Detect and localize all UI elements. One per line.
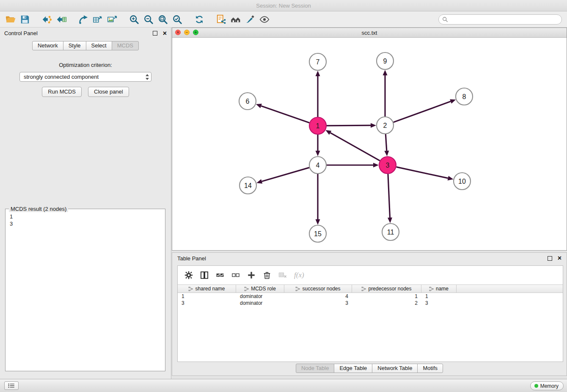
node-label: 14: [244, 182, 252, 189]
control-panel-title: Control Panel: [4, 30, 38, 36]
graph-node-2[interactable]: 2: [377, 117, 394, 134]
control-tab-style[interactable]: Style: [63, 41, 86, 50]
close-window-icon[interactable]: [175, 30, 181, 35]
control-tab-mcds[interactable]: MCDS: [112, 41, 139, 50]
arrowhead-icon: [373, 163, 379, 168]
column-header-shared-name[interactable]: shared name: [178, 285, 236, 293]
graph-node-7[interactable]: 7: [309, 53, 326, 70]
close-panel-button[interactable]: Close panel: [88, 87, 129, 97]
delete-table-button: [278, 271, 287, 279]
search-input[interactable]: [438, 14, 562, 25]
table-tab-edge-table[interactable]: Edge Table: [334, 364, 372, 373]
table-row[interactable]: 3dominator323: [178, 300, 563, 306]
table-cell: 1: [421, 293, 457, 300]
node-label: 15: [314, 230, 322, 237]
show-hide-graphics-button[interactable]: [257, 13, 272, 26]
table-tab-motifs[interactable]: Motifs: [417, 364, 443, 373]
float-panel-icon[interactable]: [153, 31, 157, 36]
edge-3-to-1[interactable]: [325, 130, 380, 160]
close-panel-icon[interactable]: [163, 30, 167, 37]
first-neighbors-button[interactable]: [228, 13, 243, 26]
panel-list-button[interactable]: [4, 381, 19, 390]
column-header-label: successor nodes: [302, 286, 340, 292]
edge-4-to-15[interactable]: [316, 174, 320, 225]
open-file-button[interactable]: [3, 13, 18, 26]
float-table-panel-icon[interactable]: [548, 256, 552, 261]
table-delete-icon: [278, 271, 287, 279]
control-tab-network[interactable]: Network: [32, 41, 63, 50]
maximize-window-icon[interactable]: [193, 30, 198, 35]
table-tab-network-table[interactable]: Network Table: [372, 364, 418, 373]
graph-node-1[interactable]: 1: [309, 117, 326, 134]
save-session-button[interactable]: [18, 13, 32, 26]
edge-3-to-11[interactable]: [388, 174, 392, 223]
column-type-icon: [361, 287, 366, 291]
edge-1-to-4[interactable]: [316, 135, 320, 156]
export-table-button[interactable]: [91, 13, 105, 26]
graph-node-8[interactable]: 8: [456, 88, 473, 105]
apply-style-button[interactable]: [243, 13, 257, 26]
mcds-result-node: 3: [10, 220, 161, 227]
edge-2-to-9[interactable]: [383, 70, 388, 116]
graph-node-9[interactable]: 9: [377, 52, 394, 69]
control-tab-select[interactable]: Select: [86, 41, 112, 50]
edge-1-to-6[interactable]: [256, 104, 309, 123]
graph-node-14[interactable]: 14: [239, 177, 256, 194]
graph-node-10[interactable]: 10: [454, 173, 471, 190]
table-row[interactable]: 1dominator411: [178, 293, 563, 300]
edge-1-to-2[interactable]: [327, 123, 376, 128]
column-header-name[interactable]: name: [421, 285, 457, 293]
graph-node-3[interactable]: 3: [379, 157, 396, 174]
deselect-all-rows-button[interactable]: [231, 271, 240, 279]
zoom-fit-button[interactable]: [156, 13, 170, 26]
graph-node-6[interactable]: 6: [239, 93, 256, 110]
table-cell: dominator: [236, 300, 284, 306]
arrowhead-icon: [316, 151, 320, 156]
edge-3-to-10[interactable]: [396, 167, 454, 180]
memory-button[interactable]: Memory: [530, 381, 564, 390]
edge-1-to-7[interactable]: [316, 71, 320, 117]
graph-node-11[interactable]: 11: [382, 224, 399, 240]
function-builder-button: f(x): [294, 271, 304, 279]
control-panel-buttons: Run MCDS Close panel: [0, 87, 171, 97]
import-table-from-file-button[interactable]: [54, 13, 69, 26]
minimize-window-icon[interactable]: [184, 30, 190, 35]
column-header-mcds-role[interactable]: MCDS role: [236, 285, 284, 293]
zoom-out-button[interactable]: [141, 13, 156, 26]
node-label: 11: [387, 229, 394, 236]
select-all-rows-button[interactable]: [216, 271, 224, 279]
zoom-selected-button[interactable]: [170, 13, 184, 26]
edge-2-to-3[interactable]: [384, 134, 389, 156]
table-tab-node-table[interactable]: Node Table: [296, 364, 335, 373]
clipboard-share-icon: [216, 14, 226, 25]
edge-4-to-14[interactable]: [256, 168, 309, 184]
export-image-button[interactable]: [105, 13, 119, 26]
import-network-from-file-button[interactable]: [40, 13, 54, 26]
table-panel-title: Table Panel: [177, 255, 206, 262]
column-header-successor-nodes[interactable]: successor nodes: [284, 285, 352, 293]
status-bar: Memory: [0, 379, 567, 392]
application-window: Session: New Session Control Panel Netwo…: [0, 0, 567, 392]
run-mcds-button[interactable]: Run MCDS: [42, 87, 82, 97]
trash-icon: [263, 271, 271, 279]
delete-column-button[interactable]: [263, 271, 271, 279]
graph-node-15[interactable]: 15: [309, 225, 326, 242]
column-settings-button[interactable]: [184, 271, 193, 279]
criterion-dropdown[interactable]: strongly connected component: [19, 72, 151, 82]
edge-2-to-8[interactable]: [394, 99, 456, 122]
toolbar-group-separator: [206, 19, 214, 19]
toolbar-group-separator: [32, 19, 40, 19]
control-panel-tabs: NetworkStyleSelectMCDS: [0, 41, 171, 50]
toggle-columns-button[interactable]: [200, 271, 209, 279]
zoom-in-button[interactable]: [127, 13, 141, 26]
column-header-predecessor-nodes[interactable]: predecessor nodes: [352, 285, 421, 293]
network-canvas[interactable]: 7968124314101511: [172, 38, 567, 250]
close-table-panel-icon[interactable]: [558, 255, 561, 262]
graph-node-4[interactable]: 4: [309, 157, 326, 174]
create-column-button[interactable]: [247, 271, 256, 279]
table-toolbar: f(x): [178, 266, 563, 284]
export-network-button[interactable]: [76, 13, 91, 26]
copy-network-to-clipboard-button[interactable]: [214, 13, 228, 26]
edge-4-to-3[interactable]: [327, 163, 379, 168]
refresh-layout-button[interactable]: [192, 13, 206, 26]
